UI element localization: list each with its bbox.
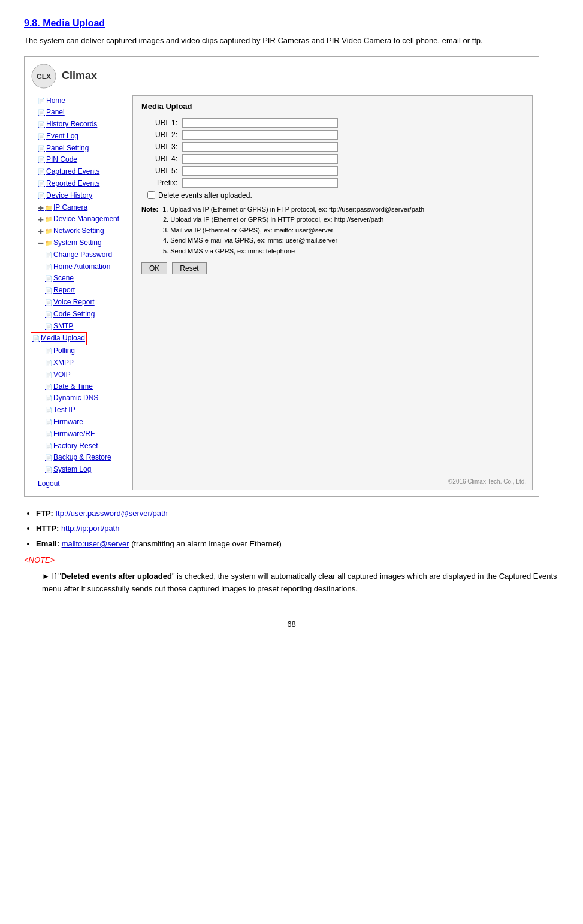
sidebar-item-backup-restore[interactable]: Backup & Restore [31,452,132,464]
sidebar-item-network-setting[interactable]: Network Setting [31,225,132,237]
url4-row: URL 4: [141,154,524,164]
sidebar-item-panel-setting[interactable]: Panel Setting [31,143,132,155]
url5-row: URL 5: [141,166,524,176]
svg-text:CLX: CLX [37,73,51,81]
sidebar-item-polling[interactable]: Polling [31,345,132,357]
sidebar-item-date-time[interactable]: Date & Time [31,381,132,393]
sidebar-item-scene[interactable]: Scene [31,273,132,285]
bullet-email: Email: mailto:user@server (transmitting … [36,538,559,550]
url5-input[interactable] [182,166,338,176]
sidebar-item-firmware[interactable]: Firmware [31,416,132,428]
note-3: 3. Mail via IP (Ethernet or GPRS), ex: m… [163,227,333,234]
main-layout: Home Panel History Records Event Log Pan… [31,95,533,490]
sidebar-item-voice-report[interactable]: Voice Report [31,297,132,309]
url2-row: URL 2: [141,130,524,140]
notes-section: Note: 1. Upload via IP (Ethernet or GPRS… [141,204,524,257]
sidebar-item-xmpp[interactable]: XMPP [31,357,132,369]
http-link[interactable]: http://ip:port/path [61,524,120,533]
note-tag: <NOTE> [24,555,55,564]
ok-button[interactable]: OK [141,262,167,274]
url5-label: URL 5: [141,167,177,175]
logo-label: Climax [62,70,97,82]
note-5: 5. Send MMS via GPRS, ex: mms: telephone [163,247,295,255]
prefix-row: Prefix: [141,178,524,188]
url1-label: URL 1: [141,119,177,127]
logo-bar: CLX Climax [31,63,533,89]
note-1: 1. Upload via IP (Ethernet or GPRS) in F… [162,206,424,213]
sidebar-item-event-log[interactable]: Event Log [31,131,132,143]
sidebar-item-history-records[interactable]: History Records [31,119,132,131]
sidebar-item-logout[interactable]: Logout [31,478,132,490]
note-2: 2. Upload via IP (Ethernet or GPRS) in H… [163,216,383,223]
url-fields: URL 1: URL 2: URL 3: URL 4: URL 5: [141,118,524,188]
email-link[interactable]: mailto:user@server [62,539,129,548]
sidebar-item-firmware-rf[interactable]: Firmware/RF [31,428,132,440]
page-number: 68 [24,620,559,629]
content-panel: Media Upload URL 1: URL 2: URL 3: URL 4: [132,95,533,490]
sidebar-item-home[interactable]: Home [31,95,132,107]
sidebar-item-panel[interactable]: Panel [31,107,132,119]
url3-row: URL 3: [141,142,524,152]
screenshot-container: CLX Climax Home Panel History Records Ev… [24,56,539,497]
sidebar-item-voip[interactable]: VOIP [31,369,132,381]
ftp-link[interactable]: ftp://user.password@server/path [56,509,168,518]
sidebar-item-code-setting[interactable]: Code Setting [31,309,132,321]
bullet-list: FTP: ftp://user.password@server/path HTT… [36,508,559,550]
url3-label: URL 3: [141,143,177,151]
ftp-label: FTP: [36,509,56,518]
url3-input[interactable] [182,142,338,152]
sidebar-item-change-password[interactable]: Change Password [31,249,132,261]
prefix-input[interactable] [182,178,338,188]
url4-label: URL 4: [141,155,177,163]
section-heading: 9.8. Media Upload [24,18,559,29]
reset-button[interactable]: Reset [172,262,206,274]
note-label: Note: [141,206,158,213]
url4-input[interactable] [182,154,338,164]
sidebar-item-reported-events[interactable]: Reported Events [31,178,132,190]
http-label: HTTP: [36,524,61,533]
sidebar-item-captured-events[interactable]: Captured Events [31,166,132,178]
note-content: ► If "Deleted events after uploaded" is … [42,570,559,596]
button-row: OK Reset [141,262,524,274]
delete-events-label: Delete events after uploaded. [158,191,252,200]
note-4: 4. Send MMS e-mail via GPRS, ex: mms: us… [163,237,337,244]
sidebar-item-smtp[interactable]: SMTP [31,321,132,333]
note-tag-box: <NOTE> [24,555,559,564]
url1-input[interactable] [182,118,338,128]
sidebar-item-factory-reset[interactable]: Factory Reset [31,440,132,452]
url2-label: URL 2: [141,131,177,139]
email-rest: (transmitting an alarm image over Ethern… [131,539,282,548]
email-label: Email: [36,539,62,548]
bullet-ftp: FTP: ftp://user.password@server/path [36,508,559,520]
url2-input[interactable] [182,130,338,140]
sidebar-item-system-setting[interactable]: System Setting [31,237,132,249]
url1-row: URL 1: [141,118,524,128]
prefix-label: Prefix: [141,179,177,187]
sidebar-item-device-history[interactable]: Device History [31,190,132,202]
copyright-text: ©2016 Climax Tech. Co., Ltd. [448,478,526,485]
sidebar: Home Panel History Records Event Log Pan… [31,95,132,490]
delete-events-checkbox[interactable] [147,191,155,199]
sidebar-item-home-automation[interactable]: Home Automation [31,261,132,273]
sidebar-item-device-management[interactable]: Device Management [31,213,132,225]
sidebar-item-dynamic-dns[interactable]: Dynamic DNS [31,392,132,404]
sidebar-item-ip-camera[interactable]: IP Camera [31,202,132,214]
delete-events-row: Delete events after uploaded. [147,191,524,200]
sidebar-item-pin-code[interactable]: PIN Code [31,154,132,166]
sidebar-item-report[interactable]: Report [31,285,132,297]
bold-phrase: Deleted events after uploaded [61,572,172,581]
sidebar-item-media-upload[interactable]: Media Upload [31,332,87,345]
sidebar-item-test-ip[interactable]: Test IP [31,404,132,416]
intro-paragraph: The system can deliver captured images a… [24,35,559,47]
panel-title: Media Upload [141,102,524,111]
bullet-http: HTTP: http://ip:port/path [36,523,559,535]
climax-logo-icon: CLX [31,63,57,89]
sidebar-item-system-log[interactable]: System Log [31,464,132,476]
